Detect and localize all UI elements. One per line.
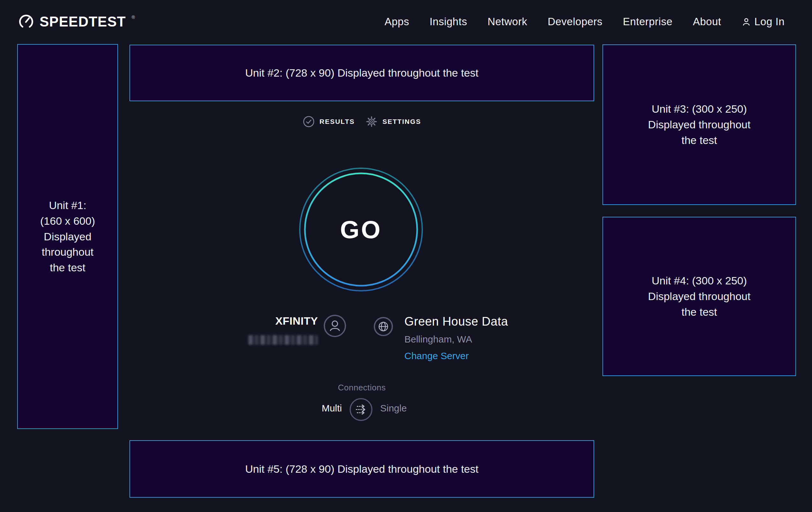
- ad-unit-3[interactable]: Unit #3: (300 x 250) Displayed throughou…: [603, 44, 796, 205]
- tab-settings[interactable]: SETTINGS: [366, 115, 421, 128]
- server-globe-icon: [374, 317, 393, 336]
- nav-item-enterprise[interactable]: Enterprise: [623, 16, 672, 28]
- connections-multi-label[interactable]: Multi: [322, 403, 342, 414]
- nav-item-insights[interactable]: Insights: [430, 16, 467, 28]
- ad-unit-1[interactable]: Unit #1: (160 x 600) Displayed throughou…: [17, 44, 118, 429]
- login-button[interactable]: Log In: [742, 16, 785, 28]
- isp-name: XFINITY: [275, 314, 318, 327]
- connections-toggle[interactable]: [349, 398, 373, 421]
- speedtest-logo[interactable]: SPEEDTEST ®: [18, 13, 135, 31]
- ad-unit-2[interactable]: Unit #2: (728 x 90) Displayed throughout…: [129, 45, 594, 101]
- multi-connection-icon: [349, 398, 373, 421]
- nav-item-about[interactable]: About: [693, 16, 721, 28]
- logo-text: SPEEDTEST: [39, 14, 126, 30]
- ad-unit-3-text: Unit #3: (300 x 250) Displayed throughou…: [648, 101, 750, 148]
- go-label: GO: [299, 167, 423, 292]
- login-label: Log In: [754, 16, 785, 28]
- ad-unit-1-text: Unit #1: (160 x 600) Displayed throughou…: [40, 197, 95, 276]
- ad-unit-4-text: Unit #4: (300 x 250) Displayed throughou…: [648, 273, 750, 320]
- results-settings-tabs: RESULTS SETTINGS: [129, 115, 594, 128]
- server-name: Green House Data: [404, 314, 508, 329]
- tab-results[interactable]: RESULTS: [303, 115, 355, 128]
- change-server-link[interactable]: Change Server: [404, 350, 469, 362]
- gear-icon: [366, 115, 378, 128]
- nav-item-network[interactable]: Network: [488, 16, 527, 28]
- ad-unit-4[interactable]: Unit #4: (300 x 250) Displayed throughou…: [603, 217, 796, 376]
- ad-unit-2-text: Unit #2: (728 x 90) Displayed throughout…: [245, 65, 478, 81]
- connections-title: Connections: [129, 383, 594, 393]
- isp-user-circle-icon: [323, 315, 346, 338]
- connections-single-label[interactable]: Single: [380, 403, 407, 414]
- check-circle-icon: [303, 115, 315, 128]
- main-nav: Apps Insights Network Developers Enterpr…: [385, 0, 785, 44]
- ad-unit-5-text: Unit #5: (728 x 90) Displayed throughout…: [245, 461, 478, 477]
- gauge-logo-icon: [18, 14, 34, 30]
- nav-item-developers[interactable]: Developers: [548, 16, 603, 28]
- isp-ip-redacted: [249, 335, 318, 345]
- go-button[interactable]: GO: [299, 167, 423, 292]
- nav-item-apps[interactable]: Apps: [385, 16, 409, 28]
- server-location: Bellingham, WA: [404, 333, 472, 345]
- user-icon: [742, 17, 751, 26]
- ad-unit-5[interactable]: Unit #5: (728 x 90) Displayed throughout…: [129, 440, 594, 497]
- speedtest-page: { "colors": { "page_bg": "#131420", "ad_…: [0, 0, 812, 512]
- logo-trademark: ®: [132, 15, 135, 20]
- tab-results-label: RESULTS: [320, 115, 355, 128]
- tab-settings-label: SETTINGS: [382, 115, 421, 128]
